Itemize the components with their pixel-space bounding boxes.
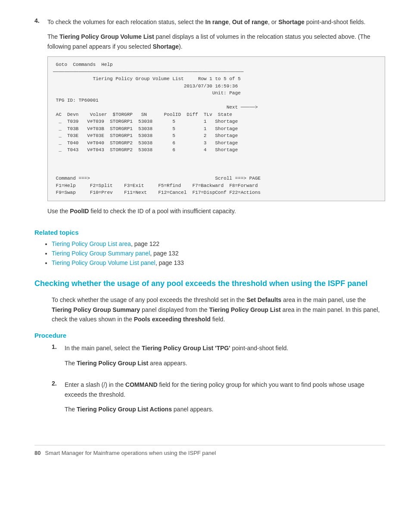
poolid-text1: Use the [47, 208, 70, 215]
panel-desc-bold2: Shortage [153, 43, 179, 50]
list-item: Tiering Policy Group Volume List panel, … [52, 259, 385, 266]
procedure-heading: Procedure [34, 332, 385, 339]
step-4-text-before: To check the volumes for each relocation… [47, 19, 206, 25]
main-section-heading: Checking whether the usage of any pool e… [34, 278, 385, 289]
intro-paragraph: To check whether the usage of any pool e… [52, 295, 385, 324]
proc-step-2-sub: The Tiering Policy Group List Actions pa… [65, 404, 385, 414]
intro-bold3: Tiering Policy Group List [209, 306, 280, 313]
related-link-2[interactable]: Tiering Policy Group Summary panel [52, 250, 150, 257]
proc-step-1-num: 1. [52, 343, 65, 373]
step-4-bold2: Out of range [232, 19, 268, 25]
step-4-text-after: point-and-shoot fields. [305, 19, 366, 25]
ps2-sub-text1: The [65, 406, 77, 413]
related-link-1-page: , page 122 [131, 240, 159, 247]
proc-step-2-num: 2. [52, 380, 65, 419]
related-link-1[interactable]: Tiering Policy Group List area [52, 240, 131, 247]
ps2-bold1: COMMAND [125, 381, 158, 388]
poolid-text2: field to check the ID of a pool with ins… [89, 208, 236, 215]
step-4-bold3: Shortage [278, 19, 305, 25]
footer: 80 Smart Manager for Mainframe operation… [34, 445, 385, 456]
ps1-bold1: Tiering Policy Group List 'TPG' [142, 345, 230, 352]
poolid-note: Use the PoolID field to check the ID of … [47, 206, 385, 216]
ps1-sub-text2: area appears. [148, 360, 187, 367]
intro-text5: field. [211, 316, 225, 323]
proc-step-2-content: Enter a slash (/) in the COMMAND field f… [65, 380, 385, 419]
proc-step-1-text: In the main panel, select the Tiering Po… [65, 343, 385, 353]
related-topics-heading: Related topics [34, 229, 385, 236]
ps2-text-before: Enter a slash (/) in the [65, 381, 125, 388]
panel-desc-bold1: Tiering Policy Group Volume List [59, 33, 154, 40]
list-item: Tiering Policy Group List area, page 122 [52, 240, 385, 247]
step-number-4: 4. [34, 17, 47, 221]
poolid-bold1: PoolID [70, 208, 89, 215]
ps2-sub-text2: panel appears. [172, 406, 214, 413]
panel-desc-text1: The [47, 33, 59, 40]
intro-text2: area in the main panel, use the [281, 296, 366, 303]
intro-text3: panel displayed from the [140, 306, 209, 313]
related-link-3-page: , page 133 [156, 259, 184, 266]
ps1-text-before: In the main panel, select the [65, 345, 142, 352]
proc-step-2-text: Enter a slash (/) in the COMMAND field f… [65, 380, 385, 399]
related-link-3[interactable]: Tiering Policy Group Volume List panel [52, 259, 156, 266]
page-number: 80 [34, 450, 40, 456]
footer-text: Smart Manager for Mainframe operations w… [45, 450, 216, 456]
ps1-sub-bold1: Tiering Policy Group List [77, 360, 148, 367]
proc-step-2: 2. Enter a slash (/) in the COMMAND fiel… [52, 380, 385, 419]
step-4-between2: , or [268, 19, 278, 25]
step-4-content: To check the volumes for each relocation… [47, 17, 385, 221]
panel-description: The Tiering Policy Group Volume List pan… [47, 32, 385, 51]
ps1-text-after: point-and-shoot field. [230, 345, 289, 352]
list-item: Tiering Policy Group Summary panel, page… [52, 250, 385, 257]
step-4-bold1: In range [206, 19, 229, 25]
related-topics-list: Tiering Policy Group List area, page 122… [52, 240, 385, 266]
panel-desc-text3: ). [179, 43, 183, 50]
step-4-text: To check the volumes for each relocation… [47, 17, 385, 27]
proc-step-1-sub: The Tiering Policy Group List area appea… [65, 358, 385, 368]
proc-step-1: 1. In the main panel, select the Tiering… [52, 343, 385, 373]
ps1-sub-text1: The [65, 360, 77, 367]
proc-step-1-content: In the main panel, select the Tiering Po… [65, 343, 385, 373]
intro-bold2: Tiering Policy Group Summary [52, 306, 140, 313]
terminal-screenshot: Goto Commands Help ─────────────────────… [47, 56, 385, 201]
intro-text1: To check whether the usage of any pool e… [52, 296, 246, 303]
related-link-2-page: , page 132 [150, 250, 178, 257]
ps2-sub-bold1: Tiering Policy Group List Actions [77, 406, 172, 413]
step-4-between1: , [229, 19, 232, 25]
step-4: 4. To check the volumes for each relocat… [34, 17, 385, 221]
intro-bold1: Set Defaults [246, 296, 281, 303]
intro-bold4: Pools exceeding threshold [134, 316, 211, 323]
